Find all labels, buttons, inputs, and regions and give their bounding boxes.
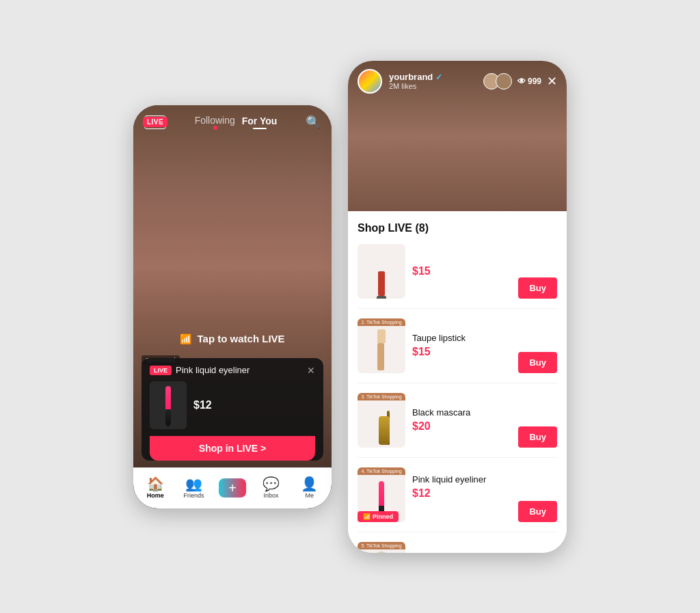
tap-to-watch[interactable]: 📶 Tap to watch LIVE bbox=[180, 333, 284, 344]
right-header: yourbrand ✓ 2M likes 👁 999 ✕ bbox=[348, 61, 567, 99]
product-image bbox=[150, 381, 187, 429]
mascara-icon bbox=[379, 411, 390, 445]
red-lipstick-icon bbox=[378, 271, 385, 296]
product-info-3: Black mascara $20 bbox=[412, 407, 511, 433]
viewer-avatar-2 bbox=[496, 73, 512, 90]
product-name-4: Pink liquid eyeliner bbox=[412, 474, 511, 485]
pinned-badge: 📶 Pinned bbox=[358, 511, 399, 522]
taupe-lipstick-icon bbox=[377, 329, 386, 370]
tiktok-shop-label-4: 4. TikTok Shopping bbox=[358, 467, 405, 475]
verified-icon: ✓ bbox=[435, 72, 442, 82]
nav-inbox-label: Inbox bbox=[263, 492, 278, 499]
tiktok-shop-label-3: 3. TikTok Shopping bbox=[358, 393, 405, 400]
bottom-nav: 🏠 Home 👥 Friends + 💬 Inbox 👤 Me bbox=[133, 467, 332, 508]
table-row: 5. TikTok Shopping Powder brush Buy bbox=[358, 542, 557, 553]
product-card-header: LIVE Pink liquid eyeliner ✕ bbox=[150, 365, 315, 376]
shop-live-button[interactable]: Shop in LIVE > bbox=[150, 436, 315, 461]
bars-pinned-icon: 📶 bbox=[363, 513, 371, 520]
product-price-4: $12 bbox=[412, 487, 511, 500]
tiktok-shop-label-5: 5. TikTok Shopping bbox=[358, 542, 405, 549]
bars-icon: 📶 bbox=[180, 333, 191, 344]
brand-likes: 2M likes bbox=[389, 82, 476, 90]
buy-button-3[interactable]: Buy bbox=[518, 426, 557, 448]
product-info-1: $15 bbox=[412, 265, 511, 277]
home-icon: 🏠 bbox=[147, 477, 164, 491]
buy-button-2[interactable]: Buy bbox=[518, 352, 557, 373]
brand-avatar bbox=[358, 69, 382, 94]
inbox-icon: 💬 bbox=[262, 477, 280, 491]
product-card-title: Pink liquid eyeliner bbox=[176, 365, 307, 375]
eyeliner-pencil-icon bbox=[165, 386, 171, 424]
following-tab[interactable]: Following bbox=[195, 115, 235, 130]
friends-icon: 👥 bbox=[185, 477, 202, 491]
table-row: 2. TikTok Shopping Taupe lipstick $15 Bu… bbox=[358, 318, 557, 383]
brush-icon bbox=[375, 551, 388, 553]
product-info-4: Pink liquid eyeliner $12 bbox=[412, 474, 511, 515]
right-header-right: 👁 999 ✕ bbox=[483, 73, 557, 90]
viewer-count: 👁 999 bbox=[517, 77, 541, 86]
me-icon: 👤 bbox=[301, 477, 318, 491]
eye-icon: 👁 bbox=[517, 77, 526, 86]
nav-inbox[interactable]: 💬 Inbox bbox=[252, 477, 290, 499]
product-price-3: $20 bbox=[412, 420, 511, 433]
nav-add[interactable]: + bbox=[213, 478, 252, 498]
right-video-background: yourbrand ✓ 2M likes 👁 999 ✕ bbox=[348, 61, 567, 211]
right-phone: yourbrand ✓ 2M likes 👁 999 ✕ Shop LIVE (… bbox=[348, 61, 567, 553]
product-thumb-2: 2. TikTok Shopping bbox=[358, 318, 405, 373]
nav-friends-label: Friends bbox=[184, 492, 204, 499]
live-icon-wrap: LIVE bbox=[144, 115, 166, 129]
live-badge: LIVE bbox=[143, 117, 167, 127]
nav-me[interactable]: 👤 Me bbox=[291, 477, 329, 499]
product-live-tag: LIVE bbox=[150, 366, 172, 375]
product-thumb-5: 5. TikTok Shopping bbox=[358, 542, 405, 553]
shop-panel: Shop LIVE (8) $15 Buy 2. TikTok Shopping bbox=[348, 211, 567, 553]
product-name-3: Black mascara bbox=[412, 407, 511, 418]
brand-name: yourbrand ✓ bbox=[389, 72, 476, 82]
following-dot bbox=[213, 126, 217, 130]
left-phone: LIVE Following For You 🔍 Sponsored 📶 Tap… bbox=[133, 105, 332, 508]
tiktok-shop-label-2: 2. TikTok Shopping bbox=[358, 318, 405, 326]
brand-info: yourbrand ✓ 2M likes bbox=[389, 72, 476, 90]
live-icon-box: LIVE bbox=[144, 115, 166, 129]
viewer-avatars bbox=[483, 73, 512, 90]
right-close-button[interactable]: ✕ bbox=[547, 74, 557, 89]
product-info-2: Taupe lipstick $15 bbox=[412, 333, 511, 358]
table-row: 3. TikTok Shopping Black mascara $20 Buy bbox=[358, 393, 557, 458]
header-tabs: Following For You bbox=[195, 115, 278, 130]
buy-button-4[interactable]: Buy bbox=[518, 501, 557, 522]
add-button[interactable]: + bbox=[219, 478, 246, 498]
buy-button-1[interactable]: Buy bbox=[518, 277, 557, 299]
search-icon[interactable]: 🔍 bbox=[306, 115, 321, 130]
close-icon[interactable]: ✕ bbox=[307, 365, 315, 376]
nav-me-label: Me bbox=[306, 492, 314, 499]
table-row: $15 Buy bbox=[358, 244, 557, 309]
product-card-body: $12 bbox=[150, 381, 315, 429]
product-thumb-1 bbox=[358, 244, 405, 299]
left-header: LIVE Following For You 🔍 bbox=[133, 105, 332, 135]
product-price-2: $15 bbox=[412, 346, 511, 358]
table-row: 4. TikTok Shopping Pink liquid eyeliner … bbox=[358, 467, 557, 532]
for-you-tab[interactable]: For You bbox=[242, 115, 278, 129]
shop-title: Shop LIVE (8) bbox=[358, 222, 557, 234]
product-thumb-3: 3. TikTok Shopping bbox=[358, 393, 405, 448]
active-underline bbox=[253, 128, 267, 129]
nav-friends[interactable]: 👥 Friends bbox=[174, 477, 213, 499]
product-card: LIVE Pink liquid eyeliner ✕ $12 Shop in … bbox=[142, 358, 323, 461]
nav-home[interactable]: 🏠 Home bbox=[136, 477, 174, 499]
nav-home-label: Home bbox=[147, 492, 164, 499]
product-price-1: $15 bbox=[412, 265, 511, 277]
product-price: $12 bbox=[193, 399, 212, 411]
product-name-2: Taupe lipstick bbox=[412, 333, 511, 343]
